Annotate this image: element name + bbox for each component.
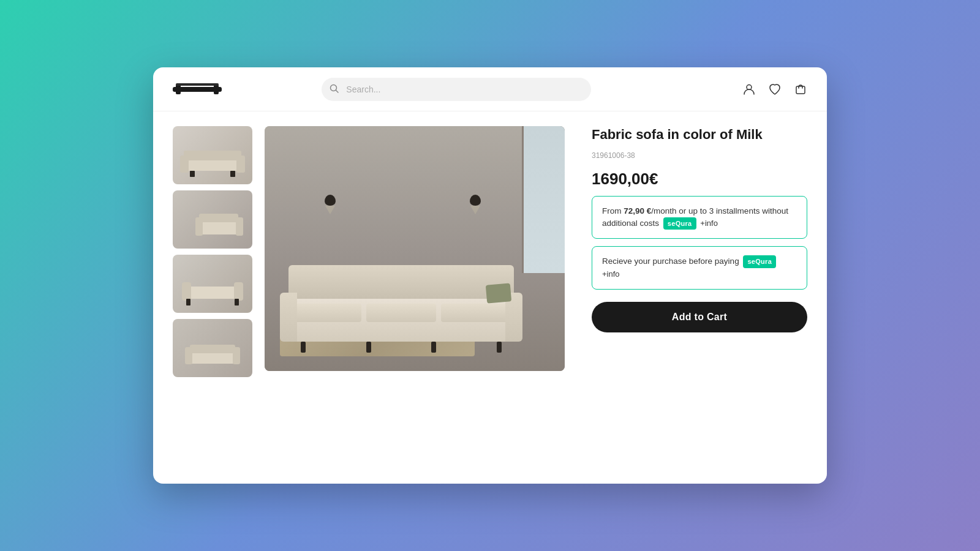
main-product-image <box>265 126 565 371</box>
svg-rect-9 <box>184 151 241 160</box>
svg-rect-2 <box>214 84 219 94</box>
svg-rect-16 <box>195 217 203 236</box>
svg-rect-3 <box>176 83 219 86</box>
cart-icon[interactable] <box>794 83 807 96</box>
wall-light-left <box>325 195 336 206</box>
svg-rect-17 <box>236 217 243 236</box>
svg-rect-24 <box>190 345 235 353</box>
thumbnail-1[interactable] <box>173 126 252 184</box>
thumbnail-4[interactable] <box>173 319 252 377</box>
sequra-badge-1[interactable]: seQura <box>663 217 696 230</box>
svg-rect-10 <box>180 156 189 173</box>
wall-light-right <box>470 195 481 206</box>
payment-pre-text: From <box>602 206 624 216</box>
svg-rect-14 <box>197 221 240 234</box>
svg-rect-13 <box>230 171 235 177</box>
brand-logo <box>173 82 222 97</box>
svg-rect-11 <box>236 156 245 173</box>
payment-amount: 72,90 € <box>624 206 651 216</box>
thumbnail-list <box>173 126 252 469</box>
thumbnail-2[interactable] <box>173 190 252 249</box>
thumbnail-3[interactable] <box>173 255 252 313</box>
throw-pillow <box>486 283 511 303</box>
search-bar[interactable] <box>322 78 591 101</box>
logo-area[interactable] <box>173 82 246 97</box>
header-icons <box>742 83 807 96</box>
svg-rect-26 <box>233 347 240 364</box>
sequra-badge-2[interactable]: seQura <box>743 255 776 268</box>
browser-window: Fabric sofa in color of Milk 31961006-38… <box>153 67 827 484</box>
svg-rect-1 <box>176 84 181 94</box>
receive-before-paying-box: Recieve your purchase before paying seQu… <box>592 246 807 290</box>
svg-rect-21 <box>186 299 190 305</box>
sofa <box>288 299 514 342</box>
wishlist-icon[interactable] <box>768 83 782 96</box>
svg-rect-18 <box>185 287 240 299</box>
product-title: Fabric sofa in color of Milk <box>592 126 807 144</box>
svg-rect-12 <box>190 171 195 177</box>
svg-rect-23 <box>188 352 237 364</box>
svg-line-5 <box>336 90 339 92</box>
receive-text: Recieve your purchase before paying <box>602 257 739 266</box>
svg-rect-8 <box>182 160 243 171</box>
payment-info-link-1[interactable]: +info <box>700 219 718 228</box>
product-info: Fabric sofa in color of Milk 31961006-38… <box>577 126 807 469</box>
svg-rect-22 <box>235 299 239 305</box>
header <box>153 67 827 111</box>
svg-rect-25 <box>185 347 192 364</box>
product-sku: 31961006-38 <box>592 151 807 160</box>
window <box>522 126 565 273</box>
svg-rect-20 <box>234 282 243 301</box>
user-icon[interactable] <box>742 83 756 96</box>
search-input[interactable] <box>322 78 591 101</box>
add-to-cart-button[interactable]: Add to Cart <box>592 302 807 332</box>
main-content: Fabric sofa in color of Milk 31961006-38… <box>153 111 827 484</box>
svg-rect-15 <box>199 214 238 222</box>
receive-info-link[interactable]: +info <box>602 269 620 279</box>
search-icon <box>330 84 339 95</box>
svg-rect-19 <box>182 282 191 301</box>
svg-rect-7 <box>796 86 805 94</box>
product-price: 1690,00€ <box>592 170 807 189</box>
payment-installment-box: From 72,90 €/month or up to 3 installmen… <box>592 196 807 239</box>
